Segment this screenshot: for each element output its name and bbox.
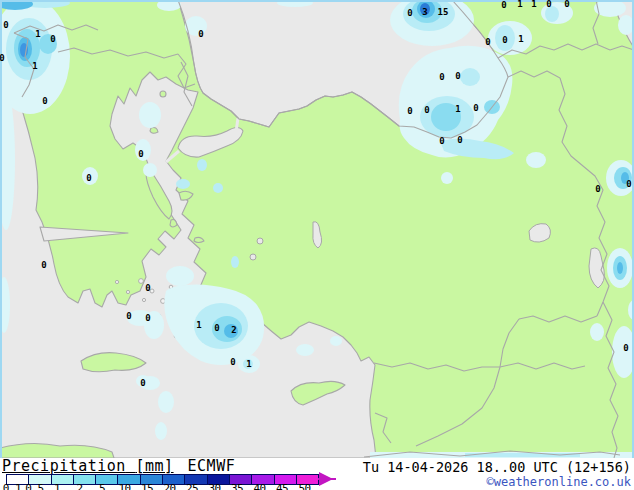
precip-value-label: 1 (196, 320, 201, 330)
precip-value-label: 0 (501, 0, 506, 10)
precip-value-label: 1 (517, 0, 522, 9)
precip-value-label: 0 (145, 313, 150, 323)
precip-value-label: 0 (86, 173, 91, 183)
legend-bar: Precipitation [mm]ECMWF 0.10.51251015202… (0, 458, 634, 490)
legend-tick-label: 45 (276, 482, 288, 490)
precip-value-label: 1 (246, 359, 251, 369)
precip-value-label: 0 (439, 136, 444, 146)
precip-value-label: 1 (32, 61, 37, 71)
precip-value-label: 0 (407, 106, 412, 116)
legend-title: Precipitation [mm]ECMWF (2, 457, 235, 475)
lake-beysehir (250, 254, 256, 260)
precip-value-label: 0 (626, 179, 631, 189)
precip-value-label: 1 (531, 0, 536, 9)
precip-value-label: 0 (42, 96, 47, 106)
legend-tick-label: 40 (253, 482, 265, 490)
precip-value-label: 0 (198, 29, 203, 39)
precip-value-label: 1 (455, 104, 460, 114)
legend-tick-label: 0.5 (25, 482, 43, 490)
precip-value-label: 1 (518, 34, 523, 44)
legend-tick-label: 25 (186, 482, 198, 490)
precip-value-label: 0 (546, 0, 551, 9)
precip-value-label: 0 (145, 283, 150, 293)
precip-value-label: 0 (439, 72, 444, 82)
precip-value-label: 0 (0, 53, 5, 63)
valid-time-label: Tu 14-04-2026 18..00 UTC (12+156) (363, 459, 631, 475)
precip-value-label: 0 (595, 184, 600, 194)
legend-tick-label: 35 (231, 482, 243, 490)
legend-tick-label: 5 (99, 482, 105, 490)
color-scale-ticks: 0.10.5125101520253035404550 (0, 482, 360, 490)
precip-value-label: 0 (485, 37, 490, 47)
precip-value-label: 2 (231, 325, 236, 335)
precip-value-label: 0 (473, 103, 478, 113)
map-svg: 0100100000315011000010000100000000010201… (0, 0, 634, 458)
island-thasos (160, 91, 166, 97)
precip-value-label: 3 (422, 7, 427, 17)
legend-tick-label: 15 (141, 482, 153, 490)
legend-tick-label: 20 (163, 482, 175, 490)
island-lemnos (150, 128, 158, 134)
precip-value-label: 15 (438, 7, 449, 17)
legend-tick-label: 30 (208, 482, 220, 490)
legend-model: ECMWF (188, 457, 236, 475)
precip-value-label: 0 (455, 71, 460, 81)
lake-egirdir (257, 238, 263, 244)
precip-value-label: 0 (230, 357, 235, 367)
precip-value-label: 0 (623, 343, 628, 353)
precip-value-label: 0 (457, 135, 462, 145)
legend-unit: [mm] (135, 457, 173, 475)
scale-overflow-arrow-tail (318, 478, 336, 480)
precip-value-label: 0 (214, 323, 219, 333)
weather-map-screen: 0100100000315011000010000100000000010201… (0, 0, 634, 490)
legend-tick-label: 0.1 (3, 482, 21, 490)
legend-tick-label: 1 (54, 482, 60, 490)
precip-value-label: 0 (424, 105, 429, 115)
precip-value-label: 0 (502, 35, 507, 45)
island-chios (170, 220, 177, 227)
legend-tick-label: 10 (118, 482, 130, 490)
precip-value-label: 0 (126, 311, 131, 321)
legend-tick-label: 2 (76, 482, 82, 490)
legend-title-text: Precipitation (2, 457, 126, 475)
precip-value-label: 0 (140, 378, 145, 388)
watermark-link[interactable]: ©weatheronline.co.uk (487, 475, 632, 489)
precip-value-label: 1 (35, 29, 40, 39)
precip-value-label: 0 (3, 20, 8, 30)
precip-value-label: 0 (41, 260, 46, 270)
precipitation-map: 0100100000315011000010000100000000010201… (0, 0, 634, 458)
precip-value-label: 0 (50, 34, 55, 44)
bosphorus-strait (236, 118, 238, 132)
precip-value-label: 0 (564, 0, 569, 9)
precip-value-label: 0 (407, 8, 412, 18)
precip-value-label: 0 (138, 149, 143, 159)
legend-tick-label: 50 (298, 482, 310, 490)
